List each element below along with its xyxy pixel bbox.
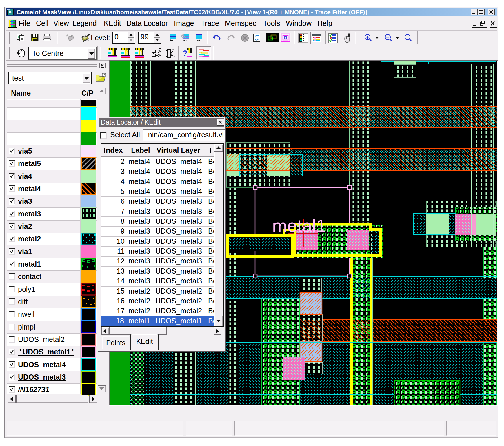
svg-text:metal1: metal1	[272, 216, 326, 236]
svg-text:?: ?	[182, 48, 188, 58]
